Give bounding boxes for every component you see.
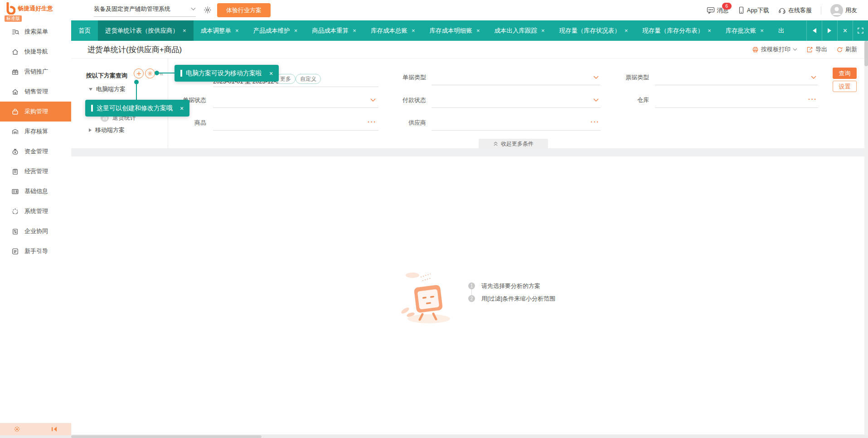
header-gear-icon[interactable] <box>204 6 212 14</box>
chevron-down-icon[interactable] <box>593 76 599 79</box>
messages-button[interactable]: 消息 6 <box>707 6 729 15</box>
close-icon[interactable]: × <box>708 27 711 34</box>
doc-status-select[interactable] <box>213 107 378 108</box>
vertical-scrollbar[interactable] <box>864 41 868 435</box>
tree-group-pc-schemes[interactable]: 电脑端方案 <box>89 85 126 93</box>
warehouse-ellipsis-button[interactable]: ··· <box>808 96 817 103</box>
sidebar-item-purchase-mgmt[interactable]: 采购管理 <box>0 102 71 122</box>
close-icon[interactable]: × <box>760 27 764 34</box>
tab-goods-cost-recalc[interactable]: 商品成本重算× <box>305 20 364 41</box>
sidebar-item-search-menu[interactable]: 搜索菜单 <box>0 22 71 42</box>
tooltip-connector-line <box>136 84 137 100</box>
chevron-down-icon[interactable] <box>593 98 599 102</box>
sidebar-item-beginner-guide[interactable]: 新手引导 <box>0 241 71 261</box>
tab-controls: × <box>806 20 868 41</box>
close-icon[interactable]: × <box>180 105 184 112</box>
tab-overflow-clipped[interactable]: 出 <box>771 20 790 41</box>
horizontal-scrollbar[interactable] <box>0 435 868 438</box>
close-icon[interactable]: × <box>541 27 545 34</box>
ticket-type-select[interactable] <box>655 85 818 85</box>
supplier-ellipsis-button[interactable]: ··· <box>591 118 600 126</box>
tab-cost-adjustment[interactable]: 成本调整单× <box>194 20 246 41</box>
add-scheme-button[interactable] <box>134 68 144 78</box>
tree-group-mobile-schemes[interactable]: 移动端方案 <box>89 126 125 134</box>
fullscreen-button[interactable] <box>853 20 868 41</box>
step-1-number: 1 <box>468 282 475 289</box>
doc-type-select[interactable] <box>432 85 601 85</box>
tab-inventory-batch[interactable]: 库存批次账× <box>718 20 771 41</box>
scroll-tabs-right-button[interactable] <box>822 20 837 41</box>
refresh-button[interactable]: 刷新 <box>836 45 857 54</box>
sidebar-footer <box>0 423 71 435</box>
close-icon[interactable]: × <box>353 27 356 34</box>
triangle-left-icon <box>812 28 816 33</box>
tab-product-cost[interactable]: 产品成本维护× <box>246 20 305 41</box>
horizontal-scrollbar-thumb[interactable] <box>71 435 262 438</box>
system-select[interactable]: 装备及固定资产辅助管理系统 <box>94 5 196 17</box>
brand-name: 畅捷通好生意 <box>18 5 53 13</box>
chevron-down-icon[interactable] <box>811 76 816 79</box>
sidebar-item-marketing[interactable]: 营销推广 <box>0 62 71 82</box>
chevron-down-icon[interactable] <box>370 98 376 102</box>
close-icon[interactable]: × <box>183 27 186 34</box>
export-button[interactable]: 导出 <box>806 45 827 54</box>
tab-stock-distribution[interactable]: 现存量（库存分布表）× <box>635 20 718 41</box>
sidebar-item-quick-nav[interactable]: 快捷导航 <box>0 42 71 62</box>
online-service-button[interactable]: 在线客服 <box>778 6 812 15</box>
sidebar-item-funds-mgmt[interactable]: 资金管理 <box>0 141 71 161</box>
collapse-sidebar-icon[interactable] <box>50 426 58 432</box>
collapse-more-filters-button[interactable]: 收起更多条件 <box>479 139 548 149</box>
print-by-template-button[interactable]: 按模板打印 <box>752 45 797 54</box>
sidebar-settings-gear-icon[interactable] <box>14 426 20 433</box>
purchase-bag-icon <box>11 108 19 116</box>
sidebar-item-system-mgmt[interactable]: 系统管理 <box>0 201 71 221</box>
user-menu[interactable]: 用友 <box>830 4 857 17</box>
close-icon[interactable]: × <box>235 27 239 34</box>
trial-industry-plan-button[interactable]: 体验行业方案 <box>217 3 271 17</box>
date-field-underline[interactable] <box>213 87 378 87</box>
tab-home[interactable]: 首页 <box>71 20 98 41</box>
tooltip-connector-line <box>158 73 175 73</box>
tab-stock-status[interactable]: 现存量（库存状况表）× <box>552 20 635 41</box>
warehouse-picker[interactable] <box>655 107 818 108</box>
empty-state-robot-illustration <box>399 269 458 324</box>
close-icon[interactable]: × <box>294 27 298 34</box>
close-icon[interactable]: × <box>412 27 415 34</box>
custom-range-pill[interactable]: 自定义 <box>296 74 321 84</box>
guide-icon <box>11 248 19 255</box>
tab-inventory-cost-ledger[interactable]: 库存成本总账× <box>364 20 422 41</box>
tree-expand-arrow-icon[interactable] <box>89 88 92 91</box>
goods-picker[interactable] <box>213 130 378 131</box>
supplier-picker[interactable] <box>432 130 601 131</box>
chevron-down-icon <box>191 7 196 11</box>
edition-badge: 标准版 <box>5 15 22 22</box>
vertical-scrollbar-thumb[interactable] <box>864 41 868 66</box>
triangle-right-icon <box>828 28 832 33</box>
close-icon[interactable]: × <box>476 27 480 34</box>
sidebar-item-basic-info[interactable]: 基础信息 <box>0 181 71 201</box>
pay-status-select[interactable] <box>432 107 601 108</box>
settings-button[interactable]: 设置 <box>833 81 857 92</box>
scheme-settings-button[interactable] <box>145 68 155 78</box>
query-button[interactable]: 查询 <box>833 68 857 79</box>
close-icon[interactable]: × <box>625 27 628 34</box>
tree-collapsed-arrow-icon[interactable] <box>89 128 92 132</box>
tab-cost-io-tracking[interactable]: 成本出入库跟踪× <box>487 20 552 41</box>
goods-ellipsis-button[interactable]: ··· <box>368 118 377 126</box>
app-download-button[interactable]: App下载 <box>738 6 769 15</box>
tooltip-anchor-dot <box>134 80 139 84</box>
tab-purchase-stats-supplier[interactable]: 进货单统计表（按供应商）× <box>98 20 194 41</box>
close-icon[interactable]: × <box>269 70 273 77</box>
headset-icon <box>778 7 786 14</box>
sidebar-item-operations-mgmt[interactable]: 经营管理 <box>0 161 71 181</box>
avatar <box>830 4 843 17</box>
sidebar-item-enterprise-collab[interactable]: 企业协同 <box>0 221 71 241</box>
close-all-tabs-button[interactable]: × <box>837 20 853 41</box>
dashed-circle-icon <box>11 208 19 215</box>
sidebar-item-sales-mgmt[interactable]: 销售管理 <box>0 82 71 102</box>
gift-icon <box>11 68 19 76</box>
scroll-tabs-left-button[interactable] <box>806 20 822 41</box>
tooltip-accent-bar <box>180 70 182 77</box>
sidebar-item-inventory-accounting[interactable]: 库存核算 <box>0 122 71 141</box>
tab-inventory-cost-detail[interactable]: 库存成本明细账× <box>422 20 487 41</box>
